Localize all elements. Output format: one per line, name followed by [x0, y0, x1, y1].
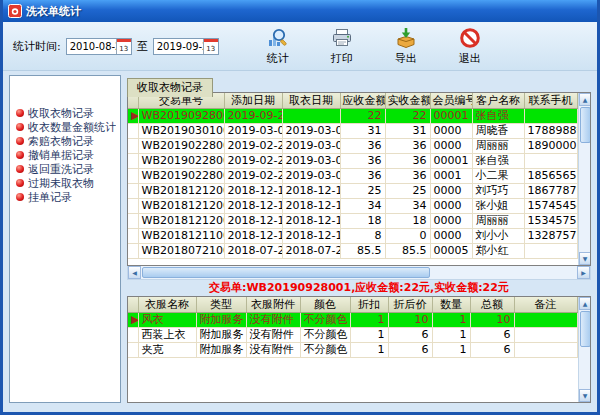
red-dot-icon	[16, 109, 24, 117]
table-row[interactable]: WB201812110012018-12-112018-12-12800000刘…	[128, 229, 577, 244]
cell: 1	[350, 328, 388, 343]
table-row[interactable]: WB201902280032019-02-282019-03-013636000…	[128, 139, 577, 154]
date-from-field[interactable]: 2010-08-29 13	[66, 38, 132, 55]
table-row[interactable]: WB201812120032018-12-122018-12-132525000…	[128, 184, 577, 199]
table-row[interactable]: WB201812120012018-12-122018-12-131818000…	[128, 214, 577, 229]
scroll-thumb[interactable]	[580, 107, 591, 143]
titlebar[interactable]: 洗衣单统计	[3, 0, 597, 22]
cell: 周丽丽	[472, 139, 524, 154]
cell: WB20190928001	[138, 109, 224, 124]
cell: 34	[385, 199, 430, 214]
statistics-button[interactable]: 统计	[254, 26, 302, 66]
date-to-field[interactable]: 2019-09-28 13	[153, 38, 219, 55]
detail-grid-vscrollbar[interactable]: ▲ ▼	[578, 297, 592, 402]
sidebar-item-pending-orders[interactable]: 挂单记录	[16, 190, 116, 204]
cell: 2018-07-21	[224, 244, 282, 259]
orders-grid: 交易单号 添加日期 取衣日期 应收金额 实收金额 会员编号 客户名称 联系手机 …	[127, 92, 591, 266]
cell: 31	[385, 124, 430, 139]
cell: 张小姐	[472, 199, 524, 214]
column-header[interactable]: 联系手机	[524, 93, 577, 109]
sidebar-item-label: 返回重洗记录	[28, 162, 94, 176]
row-selector	[128, 214, 138, 229]
cell: 8	[340, 229, 385, 244]
cell: 2018-12-12	[282, 229, 340, 244]
table-row[interactable]: WB201812120022018-12-122018-12-133434000…	[128, 199, 577, 214]
orders-grid-hscrollbar[interactable]: ◀ ▶	[127, 266, 591, 280]
cell: 2019-03-01	[224, 124, 282, 139]
cell: WB20190228001	[138, 169, 224, 184]
sidebar-item-count-amount-stats[interactable]: 收衣数量金额统计	[16, 120, 116, 134]
print-button[interactable]: 打印	[318, 26, 366, 66]
scroll-left-arrow[interactable]: ◀	[128, 266, 141, 279]
cell: 00005	[430, 244, 472, 259]
cell: 25	[340, 184, 385, 199]
scroll-up-arrow[interactable]: ▲	[579, 297, 592, 310]
scroll-right-arrow[interactable]: ▶	[577, 266, 590, 279]
column-header[interactable]: 总额	[470, 297, 514, 313]
table-row[interactable]: WB201807210052018-07-212018-07-2285.585.…	[128, 244, 577, 259]
column-header[interactable]: 衣服附件	[246, 297, 300, 313]
column-header[interactable]: 取衣日期	[282, 93, 340, 109]
scroll-thumb[interactable]	[580, 311, 591, 347]
scroll-thumb[interactable]	[142, 267, 430, 278]
column-header[interactable]: 折扣	[350, 297, 388, 313]
sidebar-item-label: 收衣数量金额统计	[28, 120, 116, 134]
cell: 0000	[430, 199, 472, 214]
table-row[interactable]: WB201902280012019-02-282019-03-013636000…	[128, 169, 577, 184]
cell: 周晓香	[472, 124, 524, 139]
column-header[interactable]: 数量	[432, 297, 470, 313]
column-header[interactable]: 应收金额	[340, 93, 385, 109]
column-header[interactable]: 类型	[196, 297, 246, 313]
column-header[interactable]: 客户名称	[472, 93, 524, 109]
cell: 1867787	[524, 184, 577, 199]
cell: 小二果	[472, 169, 524, 184]
date-from-picker-button[interactable]: 13	[116, 39, 131, 54]
cell: 0000	[430, 124, 472, 139]
cell: 2018-12-13	[282, 214, 340, 229]
window-title: 洗衣单统计	[26, 4, 81, 19]
cell: 2018-12-11	[224, 229, 282, 244]
tab-received-clothes[interactable]: 收取衣物记录	[127, 78, 213, 97]
column-header[interactable]: 添加日期	[224, 93, 282, 109]
cell: 西装上衣	[138, 328, 196, 343]
cell: 风衣	[138, 313, 196, 328]
table-row[interactable]: 夹克附加服务没有附件不分颜色1616	[128, 343, 577, 358]
orders-grid-vscrollbar[interactable]: ▲ ▼	[578, 93, 592, 265]
sidebar-item-cancelled-orders[interactable]: 撤销单据记录	[16, 148, 116, 162]
row-selector	[128, 229, 138, 244]
cell: 36	[340, 154, 385, 169]
scroll-down-arrow[interactable]: ▼	[579, 252, 592, 265]
table-row[interactable]: WB201902280022019-02-282019-03-013636000…	[128, 154, 577, 169]
column-header[interactable]: 备注	[514, 297, 577, 313]
column-header[interactable]: 实收金额	[385, 93, 430, 109]
cell: 1534575	[524, 214, 577, 229]
cell: 34	[340, 199, 385, 214]
sidebar-item-label: 过期未取衣物	[28, 176, 94, 190]
column-header[interactable]: 颜色	[300, 297, 350, 313]
table-row[interactable]: WB201903010012019-03-012019-03-023131000…	[128, 124, 577, 139]
table-row[interactable]: 西装上衣附加服务没有附件不分颜色1616	[128, 328, 577, 343]
red-dot-icon	[16, 137, 24, 145]
row-selector-header	[128, 297, 138, 313]
cell: 1	[432, 313, 470, 328]
exit-button[interactable]: 退出	[446, 26, 494, 66]
column-header[interactable]: 衣服名称	[138, 297, 196, 313]
scroll-up-arrow[interactable]: ▲	[579, 93, 592, 106]
sidebar-item-received-clothes[interactable]: 收取衣物记录	[16, 106, 116, 120]
scroll-down-arrow[interactable]: ▼	[579, 389, 592, 402]
cell: 6	[470, 343, 514, 358]
cell: WB20190228003	[138, 139, 224, 154]
table-row[interactable]: ▶风衣附加服务没有附件不分颜色110110	[128, 313, 577, 328]
column-header[interactable]: 折后价	[388, 297, 432, 313]
cell: 不分颜色	[300, 343, 350, 358]
sidebar-item-rewash-records[interactable]: 返回重洗记录	[16, 162, 116, 176]
statistics-button-label: 统计	[267, 51, 289, 66]
date-to-value: 2019-09-28	[157, 41, 203, 52]
table-row[interactable]: ▶WB201909280012019-09-28222200001张自强	[128, 109, 577, 124]
cell: 郑小红	[472, 244, 524, 259]
column-header[interactable]: 会员编号	[430, 93, 472, 109]
date-to-picker-button[interactable]: 13	[203, 39, 218, 54]
sidebar-item-expired-unclaimed[interactable]: 过期未取衣物	[16, 176, 116, 190]
sidebar-item-claim-records[interactable]: 索赔衣物记录	[16, 134, 116, 148]
export-button[interactable]: 导出	[382, 26, 430, 66]
